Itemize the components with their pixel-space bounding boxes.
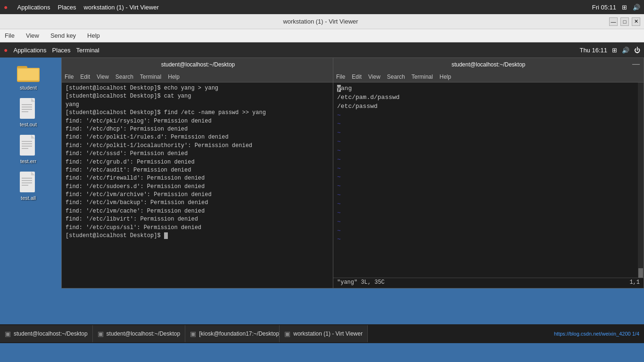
taskbar-label-1: student@localhost:~/Desktop xyxy=(107,330,181,337)
terminal-right-title: student@localhost:~/Desktop xyxy=(452,61,526,68)
vim-tilde-6: ~ xyxy=(337,156,640,165)
terminal-left-titlebar: student@localhost:~/Desktop xyxy=(62,58,334,71)
vim-tilde-9: ~ xyxy=(337,182,640,191)
virt-menu-help[interactable]: Help xyxy=(85,31,102,40)
term-line-9: find: '/etc/sssd': Permission denied xyxy=(66,150,330,158)
taskbar-virt-icon: ▣ xyxy=(284,330,290,337)
term-line-5: find: '/etc/pki/rsyslog': Permission den… xyxy=(66,117,330,125)
inner-desktop: ● Applications Places Terminal Thu 16:11… xyxy=(0,42,644,343)
virt-title: workstation (1) - Virt Viewer xyxy=(32,18,609,25)
term-left-menu-search[interactable]: Search xyxy=(116,74,133,80)
vim-tilde-13: ~ xyxy=(337,218,640,227)
outer-places-menu[interactable]: Places xyxy=(58,4,76,11)
taskbar-label-0: student@localhost:~/Desktop xyxy=(14,330,88,337)
term-line-11: find: '/etc/audit': Permission denied xyxy=(66,166,330,174)
gnome-places-menu[interactable]: Places xyxy=(52,47,71,54)
gnome-network-icon: ⊞ xyxy=(612,47,617,54)
vim-scrollbar[interactable] xyxy=(638,82,644,278)
vim-tilde-8: ~ xyxy=(337,173,640,182)
test-out-label: test.out xyxy=(20,122,37,127)
virt-controls: — □ ✕ xyxy=(609,17,640,26)
taskbar-item-0[interactable]: ▣ student@localhost:~/Desktop xyxy=(0,325,93,342)
outer-apps-menu[interactable]: Applications xyxy=(17,4,50,11)
term-right-menu-edit[interactable]: Edit xyxy=(352,74,362,80)
desktop-icons: student test.out xyxy=(9,61,47,201)
gnome-power-icon: ⏻ xyxy=(634,47,640,54)
vim-body[interactable]: yang /etc/pam.d/passwd /etc/passwd ~ ~ ~… xyxy=(333,82,644,278)
term-line-12: find: '/etc/firewalld': Permission denie… xyxy=(66,174,330,182)
vim-tilde-2: ~ xyxy=(337,120,640,129)
desktop-icon-student[interactable]: student xyxy=(9,61,47,90)
taskbar-item-2[interactable]: ▣ [kiosk@foundation17:~/Desktop] xyxy=(185,325,280,342)
close-button[interactable]: ✕ xyxy=(632,17,640,26)
term-left-menu-terminal[interactable]: Terminal xyxy=(140,74,161,80)
vim-tilde-10: ~ xyxy=(337,191,640,200)
terminal-left-body[interactable]: [student@localhost Desktop]$ echo yang >… xyxy=(62,82,334,288)
taskbar-term-icon-0: ▣ xyxy=(5,330,11,337)
term-left-menu-help[interactable]: Help xyxy=(168,74,180,80)
gnome-volume-icon: 🔊 xyxy=(622,47,629,54)
term-line-18: find: '/etc/cups/ssl': Permission denied xyxy=(66,224,330,232)
maximize-button[interactable]: □ xyxy=(620,17,629,26)
terminal-right-titlebar: student@localhost:~/Desktop — xyxy=(333,58,644,71)
term-right-menu-search[interactable]: Search xyxy=(387,74,405,80)
term-line-3: yang xyxy=(66,101,330,109)
vim-tilde-4: ~ xyxy=(337,138,640,147)
taskbar-term-icon-1: ▣ xyxy=(98,330,104,337)
gnome-terminal-menu[interactable]: Terminal xyxy=(76,47,99,54)
term-right-menu-terminal[interactable]: Terminal xyxy=(412,74,433,80)
term-right-menu-view[interactable]: View xyxy=(368,74,380,80)
outer-topbar: ● Applications Places workstation (1) - … xyxy=(0,0,644,14)
virt-menu-sendkey[interactable]: Send key xyxy=(49,31,78,40)
term-line-8: find: '/etc/polkit-1/localauthority': Pe… xyxy=(66,142,330,150)
term-line-7: find: '/etc/polkit-1/rules.d': Permissio… xyxy=(66,133,330,141)
taskbar-item-1[interactable]: ▣ student@localhost:~/Desktop xyxy=(93,325,186,342)
vim-tilde-5: ~ xyxy=(337,147,640,156)
term-line-2: [student@localhost Desktop]$ cat yang xyxy=(66,92,330,100)
taskbar-term-icon-2: ▣ xyxy=(190,330,196,337)
term-left-menu-edit[interactable]: Edit xyxy=(80,74,90,80)
fedora-icon: ● xyxy=(4,3,8,11)
term-line-14: find: '/etc/lvm/archive': Permission den… xyxy=(66,191,330,199)
taskbar-label-3: workstation (1) - Virt Viewer xyxy=(293,330,363,337)
file-icon-all xyxy=(17,172,40,194)
gnome-apps-menu[interactable]: Applications xyxy=(13,47,46,54)
desktop-icon-test-out[interactable]: test.out xyxy=(9,98,47,127)
virt-menu-view[interactable]: View xyxy=(24,31,41,40)
virt-menu-file[interactable]: File xyxy=(3,31,17,40)
terminal-right-close[interactable]: — xyxy=(632,60,640,68)
desktop-icon-test-all[interactable]: test.all xyxy=(9,172,47,201)
term-line-4: [student@localhost Desktop]$ find /etc -… xyxy=(66,109,330,117)
gnome-topbar: ● Applications Places Terminal Thu 16:11… xyxy=(0,42,644,58)
term-line-19: [student@localhost Desktop]$ xyxy=(66,232,330,240)
term-right-menu-file[interactable]: File xyxy=(336,74,345,80)
term-line-6: find: '/etc/dhcp': Permission denied xyxy=(66,125,330,133)
network-icon: ⊞ xyxy=(622,4,627,11)
terminal-left-title: student@localhost:~/Desktop xyxy=(161,61,235,68)
file-icon-out xyxy=(17,98,40,121)
terminal-right-menubar: File Edit View Search Terminal Help xyxy=(333,71,644,82)
term-left-menu-view[interactable]: View xyxy=(97,74,109,80)
vim-tilde-3: ~ xyxy=(337,129,640,138)
vim-scrollbar-thumb[interactable] xyxy=(638,268,643,278)
virt-titlebar: workstation (1) - Virt Viewer — □ ✕ xyxy=(0,14,644,29)
taskbar-item-3[interactable]: ▣ workstation (1) - Virt Viewer xyxy=(280,325,368,342)
gnome-fedora-icon: ● xyxy=(4,46,8,54)
term-line-16: find: '/etc/lvm/cache': Permission denie… xyxy=(66,207,330,215)
outer-topbar-left: ● Applications Places workstation (1) - … xyxy=(4,3,159,11)
volume-icon: 🔊 xyxy=(633,4,640,11)
vim-tilde-15: ~ xyxy=(337,235,640,244)
test-all-label: test.all xyxy=(21,195,36,201)
folder-icon xyxy=(17,61,40,84)
outer-topbar-right: Fri 05:11 ⊞ 🔊 xyxy=(592,4,640,11)
term-line-10: find: '/etc/grub.d': Permission denied xyxy=(66,158,330,166)
term-left-menu-file[interactable]: File xyxy=(65,74,74,80)
vim-tilde-11: ~ xyxy=(337,200,640,209)
taskbar-url: https://blog.csdn.net/weixin_4200 1/4 xyxy=(549,324,644,343)
desktop-icon-test-err[interactable]: test.err xyxy=(9,135,47,164)
term-right-menu-help[interactable]: Help xyxy=(439,74,451,80)
vim-line-3: /etc/passwd xyxy=(337,102,640,111)
minimize-button[interactable]: — xyxy=(609,17,618,26)
terminal-left-menubar: File Edit View Search Terminal Help xyxy=(62,71,334,82)
vim-status-left: "yang" 3L, 35C xyxy=(337,279,385,287)
